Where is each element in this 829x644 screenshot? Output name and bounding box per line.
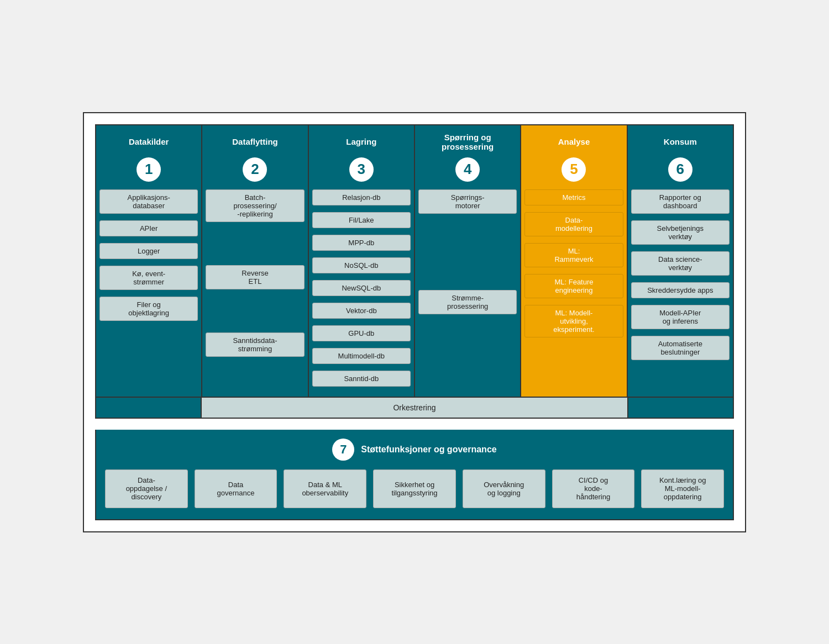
lagring-items: Relasjon-db Fil/Lake MPP-db NoSQL-db New… (312, 189, 411, 390)
bottom-header-row: 7 Støttefunksjoner og governance (105, 439, 724, 461)
card-strømmeprosessering: Strømme-prosessering (418, 290, 517, 314)
col-header-analyse: Analyse (558, 132, 590, 152)
circle-2: 2 (243, 157, 267, 182)
orchestration-row: Orkestrering (95, 398, 734, 419)
bottom-card-sikkerhet: Sikkerhet ogtilgangsstyring (373, 469, 456, 508)
dataflytting-items: Batch-prosessering/-replikering ReverseE… (206, 189, 304, 360)
card-ml-feature: ML: Featureengineering (524, 274, 623, 298)
card-fil-lake: Fil/Lake (312, 212, 411, 228)
konsum-items: Rapporter ogdashboard Selvbetjeningsverk… (631, 189, 730, 363)
col-header-datakilder: Datakilder (129, 132, 169, 152)
card-applikasjoner: Applikasjons-databaser (99, 189, 198, 214)
card-datamodellering: Data-modellering (524, 212, 623, 236)
card-newsql-db: NewSQL-db (312, 280, 411, 296)
card-sanntidsdata: Sanntidsdata-strømming (206, 332, 304, 357)
bottom-card-dataoppdagelse: Data-oppdagelse /discovery (105, 469, 188, 508)
bottom-card-overvåkning: Overvåkningog logging (463, 469, 545, 508)
analyse-items: Metrics Data-modellering ML:Rammeverk ML… (524, 189, 623, 341)
bottom-section: 7 Støttefunksjoner og governance Data-op… (95, 430, 734, 520)
card-selvbetjenings: Selvbetjeningsverktøy (631, 220, 730, 245)
card-apier: APIer (99, 220, 198, 236)
circle-3: 3 (349, 157, 374, 182)
circle-5: 5 (562, 157, 586, 182)
card-sanntid-db: Sanntid-db (312, 371, 411, 387)
bottom-card-kontinuerlig: Kont.læring ogML-modell-oppdatering (641, 469, 724, 508)
card-batch: Batch-prosessering/-replikering (206, 189, 304, 222)
column-dataflytting: Dataflytting 2 Batch-prosessering/-repli… (202, 125, 308, 397)
bottom-title: Støttefunksjoner og governance (361, 445, 496, 455)
orch-right-empty (628, 398, 733, 418)
circle-6: 6 (668, 157, 692, 182)
card-metrics: Metrics (524, 189, 623, 205)
col-header-konsum: Konsum (664, 132, 697, 152)
column-spørring: Spørring ogprosessering 4 Spørrings-moto… (415, 125, 521, 397)
circle-1: 1 (137, 157, 161, 182)
column-konsum: Konsum 6 Rapporter ogdashboard Selvbetje… (628, 125, 733, 397)
card-automatiserte: Automatisertebeslutninger (631, 336, 730, 360)
card-kø: Kø, event-strømmer (99, 266, 198, 290)
card-ml-rammeverk: ML:Rammeverk (524, 243, 623, 267)
orch-left-empty (96, 398, 201, 418)
column-lagring: Lagring 3 Relasjon-db Fil/Lake MPP-db No… (309, 125, 415, 397)
orchestration-bar: Orkestrering (201, 398, 629, 418)
top-section: Datakilder 1 Applikasjons-databaser APIe… (95, 124, 734, 398)
bottom-card-data-governance: Datagovernance (195, 469, 277, 508)
card-skreddersydde: Skreddersydde apps (631, 282, 730, 298)
card-logger: Logger (99, 243, 198, 259)
card-modell-apier: Modell-APIerog inferens (631, 305, 730, 329)
card-rapporter: Rapporter ogdashboard (631, 189, 730, 214)
datakilder-items: Applikasjons-databaser APIer Logger Kø, … (99, 189, 198, 324)
card-spørringsmotorer: Spørrings-motorer (418, 189, 517, 214)
card-mpp-db: MPP-db (312, 235, 411, 251)
card-reverse-etl: ReverseETL (206, 265, 304, 289)
card-gpu-db: GPU-db (312, 325, 411, 341)
column-analyse: Analyse 5 Metrics Data-modellering ML:Ra… (521, 125, 627, 397)
col-header-spørring: Spørring ogprosessering (442, 132, 494, 152)
spørring-items: Spørrings-motorer Strømme-prosessering (418, 189, 517, 318)
card-vektor-db: Vektor-db (312, 303, 411, 319)
card-data-science: Data science-verktøy (631, 251, 730, 276)
card-nosql-db: NoSQL-db (312, 257, 411, 273)
circle-7: 7 (332, 439, 354, 461)
card-filer: Filer ogobjektlagring (99, 297, 198, 321)
card-multimodell-db: Multimodell-db (312, 348, 411, 364)
bottom-cards: Data-oppdagelse /discovery Datagovernanc… (105, 469, 724, 508)
bottom-card-cicd: CI/CD ogkode-håndtering (552, 469, 635, 508)
bottom-card-observability: Data & MLoberservability (284, 469, 366, 508)
col-header-dataflytting: Dataflytting (232, 132, 278, 152)
circle-4: 4 (455, 157, 480, 182)
card-ml-modell: ML: Modell-utvikling,eksperiment. (524, 305, 623, 337)
column-datakilder: Datakilder 1 Applikasjons-databaser APIe… (96, 125, 202, 397)
col-header-lagring: Lagring (346, 132, 376, 152)
card-relasjon-db: Relasjon-db (312, 189, 411, 205)
diagram-wrapper: Datakilder 1 Applikasjons-databaser APIe… (83, 112, 746, 532)
